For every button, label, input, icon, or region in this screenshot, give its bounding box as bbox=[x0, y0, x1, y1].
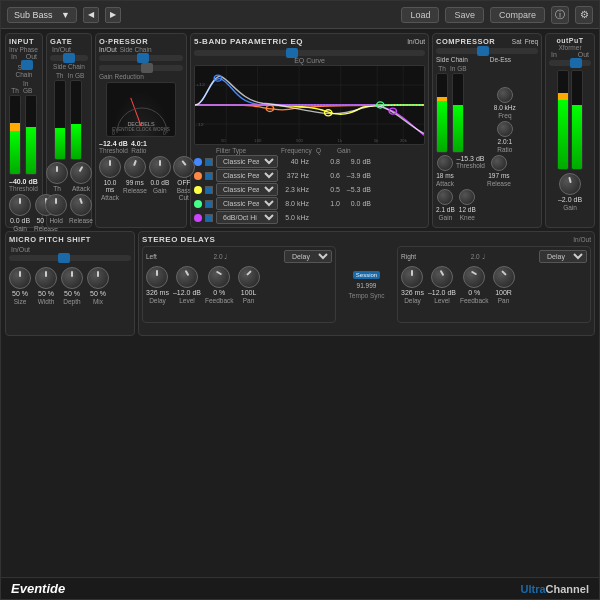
opressor-sc-slider[interactable] bbox=[99, 65, 183, 71]
eq-band3-freq: 2.3 kHz bbox=[281, 186, 309, 193]
delay-left-fb-sub: Feedback bbox=[205, 297, 234, 304]
next-preset-button[interactable]: ▶ bbox=[105, 7, 121, 23]
eq-band3-filter[interactable]: Classic Peak bbox=[216, 183, 278, 196]
eq-band2-filter[interactable]: Classic Peak bbox=[216, 169, 278, 182]
op-sidechain: Side Chain bbox=[120, 46, 152, 53]
pitch-mix-knob-ctrl[interactable] bbox=[87, 267, 109, 289]
op-basscut-knob-ctrl[interactable] bbox=[173, 156, 195, 178]
input-meters: Th In GB bbox=[9, 80, 39, 175]
preset-dropdown[interactable]: Sub Bass ▼ bbox=[7, 7, 77, 23]
brand-product: UltraChannel bbox=[521, 583, 589, 595]
delay-left-feedback: 0 % Feedback bbox=[205, 266, 234, 304]
output-title-text: outPuT bbox=[556, 37, 583, 44]
svg-text:5k: 5k bbox=[374, 140, 378, 144]
opressor-in-slider[interactable] bbox=[99, 55, 183, 61]
save-button[interactable]: Save bbox=[445, 7, 484, 23]
delay-right-knobs: 326 ms Delay –12.0 dB Level 0 % bbox=[401, 266, 587, 304]
comp-knee-val: 12 dB bbox=[459, 206, 476, 213]
pitch-inout-slider[interactable] bbox=[9, 255, 131, 261]
gate-knob4[interactable] bbox=[70, 194, 92, 216]
load-button[interactable]: Load bbox=[401, 7, 439, 23]
delay-right-knob[interactable] bbox=[401, 266, 423, 288]
eq-band3-on[interactable] bbox=[205, 186, 213, 194]
output-gain-group: –2.0 dB Gain bbox=[549, 173, 591, 211]
comp-knee-knob[interactable] bbox=[459, 189, 475, 205]
eq-band2-on[interactable] bbox=[205, 172, 213, 180]
pitch-width-knob-ctrl[interactable] bbox=[35, 267, 57, 289]
pitch-inout: In/Out bbox=[9, 246, 131, 253]
opressor-knobs: 10.0 ms Attack 99 ms Release 0.0 dB Gain bbox=[99, 156, 183, 201]
gate-knob2[interactable] bbox=[70, 162, 92, 184]
gb-label: In GB bbox=[23, 80, 39, 94]
input-title: INPUT bbox=[9, 37, 39, 46]
comp-ratio-knob[interactable] bbox=[497, 121, 513, 137]
op-basscut-val: OFF bbox=[177, 179, 190, 186]
eq-band1-gain: 9.0 dB bbox=[343, 158, 371, 165]
eq-band1-on[interactable] bbox=[205, 158, 213, 166]
delay-right-fb-knob[interactable] bbox=[463, 266, 485, 288]
delay-left-pan-knob[interactable] bbox=[238, 266, 260, 288]
delay-right-level-knob[interactable] bbox=[431, 266, 453, 288]
comp-threshold-val: –15.3 dB bbox=[456, 155, 485, 162]
input-gain-knob[interactable] bbox=[9, 194, 31, 216]
eq-band4-dot bbox=[194, 200, 202, 208]
delay-left-knob[interactable] bbox=[146, 266, 168, 288]
delay-left-fb-knob[interactable] bbox=[208, 266, 230, 288]
comp-gain-knob[interactable] bbox=[437, 189, 453, 205]
pitch-depth-knob-ctrl[interactable] bbox=[61, 267, 83, 289]
comp-release-knob[interactable] bbox=[491, 155, 507, 171]
eq-inout-slider[interactable] bbox=[194, 50, 425, 56]
eq-band5-on[interactable] bbox=[205, 214, 213, 222]
gate-knob2-group: Attack bbox=[70, 162, 92, 192]
delay-right-pan-knob[interactable] bbox=[493, 266, 515, 288]
output-in: In bbox=[551, 51, 557, 58]
delay-left-level-val: –12.0 dB bbox=[173, 289, 201, 296]
eq-band4-freq: 8.0 kHz bbox=[281, 200, 309, 207]
svg-text:-12: -12 bbox=[196, 122, 204, 127]
eq-band4-q: 1.0 bbox=[312, 200, 340, 207]
op-gain-knob-ctrl[interactable] bbox=[149, 156, 171, 178]
eq-band1-dot bbox=[194, 158, 202, 166]
op-attack-knob-ctrl[interactable] bbox=[99, 156, 121, 178]
comp-inout-slider[interactable] bbox=[436, 48, 538, 54]
settings-button[interactable]: ⚙ bbox=[575, 6, 593, 24]
pitch-size-knob-ctrl[interactable] bbox=[9, 267, 31, 289]
pitch-width-val: 50 % bbox=[38, 290, 54, 297]
comp-meter-right: In GB bbox=[450, 65, 467, 153]
content-area: INPUT Inv Phase In Out Side Chain Th bbox=[1, 29, 599, 577]
opressor-panel: O·PRESSOR In/Out Side Chain Gain Reducti… bbox=[95, 33, 187, 228]
delay-left-level-knob[interactable] bbox=[176, 266, 198, 288]
gate-slider[interactable] bbox=[50, 55, 88, 61]
tempo-sync-button[interactable]: Session bbox=[353, 271, 380, 279]
compare-button[interactable]: Compare bbox=[490, 7, 545, 23]
comp-release-label: Release bbox=[487, 180, 511, 187]
gate-in-gb: In GB bbox=[68, 72, 85, 79]
gate-knob3[interactable] bbox=[45, 194, 67, 216]
eq-band4-on[interactable] bbox=[205, 200, 213, 208]
inv-phase-label: Inv Phase bbox=[9, 46, 39, 53]
output-gain-knob[interactable] bbox=[559, 173, 581, 195]
gain-reduction-gauge: DECIBELS EVENTIDE CLOCK WORKS 0 0 bbox=[106, 82, 176, 137]
output-meters bbox=[549, 70, 591, 170]
svg-text:100: 100 bbox=[254, 140, 261, 144]
op-ratio-val: 4.0:1 bbox=[131, 140, 147, 147]
output-header: outPuT Xformer bbox=[549, 37, 591, 51]
output-slider[interactable] bbox=[549, 60, 591, 66]
eq-band1-filter[interactable]: Classic Peak bbox=[216, 155, 278, 168]
gate-knob1[interactable] bbox=[46, 162, 68, 184]
gate-in: In/Out bbox=[52, 46, 71, 53]
delay-left-type[interactable]: Delay bbox=[284, 250, 332, 263]
delay-right-type[interactable]: Delay bbox=[539, 250, 587, 263]
eq-band5-filter[interactable]: 6dB/Oct Hi Cut bbox=[216, 211, 278, 224]
eq-band4-filter[interactable]: Classic Peak bbox=[216, 197, 278, 210]
gate-knob1-group: Th bbox=[46, 162, 68, 192]
comp-threshold-label: Threshold bbox=[456, 162, 485, 169]
comp-attack-knob[interactable] bbox=[437, 155, 453, 171]
comp-freq-knob[interactable] bbox=[497, 87, 513, 103]
prev-preset-button[interactable]: ◀ bbox=[83, 7, 99, 23]
gate-knob4-group: Release bbox=[69, 194, 93, 224]
info-button[interactable]: ⓘ bbox=[551, 6, 569, 24]
op-release-knob-ctrl[interactable] bbox=[124, 156, 146, 178]
output-meter-r bbox=[571, 70, 583, 170]
compressor-panel: COMPRESSOR Sat Freq Side Chain De-Ess Th bbox=[432, 33, 542, 228]
